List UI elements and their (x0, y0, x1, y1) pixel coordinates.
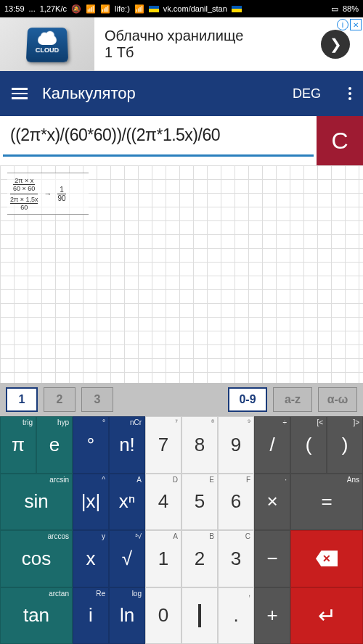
keyboard-palette: 1 2 3 0-9 a-z α-ω (0, 383, 363, 416)
ad-title: Облачно хранилище (105, 27, 321, 44)
key-8[interactable]: ⁸8 (182, 416, 218, 474)
angle-mode-button[interactable]: DEG (293, 86, 321, 102)
status-speed: 1,27K/c (40, 4, 67, 13)
palette-page-2[interactable]: 2 (44, 387, 76, 412)
battery-icon: ▭ (331, 4, 338, 14)
palette-page-1[interactable]: 1 (6, 387, 38, 412)
key-pow[interactable]: Axⁿ (109, 474, 145, 531)
key-sin[interactable]: arcsinsin (0, 474, 73, 531)
key-factorial[interactable]: nCrn! (109, 416, 145, 474)
ad-info-icon[interactable]: i (337, 19, 348, 30)
signal-icon-2: 📶 (134, 4, 144, 14)
overflow-menu-icon[interactable] (348, 87, 351, 100)
mute-icon: 🔕 (71, 4, 81, 14)
key-5[interactable]: E5 (182, 474, 218, 531)
cloud-key-icon: CLOUD (26, 28, 68, 62)
expression-row: ((2π*x)/(60*60))/((2π*1.5x)/60 C (0, 116, 363, 165)
wifi-icon: 📶 (86, 4, 96, 14)
expression-input[interactable]: ((2π*x)/(60*60))/((2π*1.5x)/60 (3, 116, 314, 157)
key-sqrt[interactable]: ³√√ (109, 530, 145, 587)
key-3[interactable]: C3 (218, 530, 254, 587)
key-add[interactable]: + (254, 587, 290, 645)
key-x[interactable]: yx (73, 530, 109, 587)
key-backspace[interactable]: ✕ (290, 530, 363, 587)
key-abs[interactable]: ^|x| (73, 474, 109, 531)
flag-icon (149, 6, 159, 12)
arrow-right-icon: → (41, 189, 54, 198)
status-url: vk.com/danil_stan (163, 4, 227, 13)
ad-text: Облачно хранилище 1 Тб (94, 27, 321, 61)
signal-icon: 📶 (100, 4, 110, 14)
clear-button[interactable]: C (317, 116, 363, 165)
key-ln[interactable]: logln (109, 587, 145, 645)
key-multiply[interactable]: ·× (254, 474, 290, 531)
palette-greek[interactable]: α-ω (318, 387, 357, 412)
key-divide[interactable]: ÷/ (254, 416, 290, 474)
key-pi[interactable]: trigπ (0, 416, 36, 474)
ad-banner[interactable]: CLOUD Облачно хранилище 1 Тб ❯ i ✕ (0, 17, 363, 71)
status-dots: ... (29, 4, 36, 13)
result-display: 2π × x 60 × 60 2π × 1,5x 60 → 1 90 (7, 173, 89, 215)
ad-subtitle: 1 Тб (105, 44, 321, 61)
result-canvas[interactable]: 2π × x 60 × 60 2π × 1,5x 60 → 1 90 (0, 165, 363, 383)
palette-latin[interactable]: a-z (273, 387, 312, 412)
key-equals[interactable]: Ans= (290, 474, 363, 531)
menu-icon[interactable] (12, 88, 28, 99)
status-carrier: life:) (115, 4, 130, 13)
status-time: 13:59 (4, 4, 25, 13)
key-rparen[interactable]: ]>) (327, 416, 363, 474)
key-subtract[interactable]: − (254, 530, 290, 587)
ad-arrow-icon[interactable]: ❯ (321, 30, 350, 59)
flag-icon-2 (232, 6, 242, 12)
ad-close-icon[interactable]: ✕ (350, 19, 362, 30)
key-cos[interactable]: arccoscos (0, 530, 73, 587)
key-lparen[interactable]: [<( (290, 416, 327, 474)
key-7[interactable]: ⁷7 (145, 416, 182, 474)
battery-pct: 88% (343, 4, 359, 13)
key-6[interactable]: F6 (218, 474, 254, 531)
ad-image: CLOUD (0, 17, 94, 71)
key-enter[interactable]: ↵ (290, 587, 363, 645)
key-4[interactable]: D4 (145, 474, 182, 531)
keypad: trigπhype°°nCrn!⁷7⁸8⁹9÷/[<(]>)arcsinsin^… (0, 416, 363, 644)
palette-page-3[interactable]: 3 (81, 387, 113, 412)
key-tan[interactable]: arctantan (0, 587, 73, 645)
palette-numeric[interactable]: 0-9 (228, 387, 267, 412)
key-9[interactable]: ⁹9 (218, 416, 254, 474)
key-space[interactable] (182, 587, 218, 645)
key-2[interactable]: B2 (182, 530, 218, 587)
key-0[interactable]: 0 (145, 587, 182, 645)
key-1[interactable]: A1 (145, 530, 182, 587)
key-e[interactable]: hype (36, 416, 73, 474)
app-toolbar: Калькулятор DEG (0, 71, 363, 116)
key-degree[interactable]: °° (73, 416, 109, 474)
android-statusbar: 13:59 ... 1,27K/c 🔕 📶 📶 life:) 📶 vk.com/… (0, 0, 363, 17)
key-i[interactable]: Rei (73, 587, 109, 645)
app-title: Калькулятор (42, 84, 278, 103)
key-dot[interactable]: ,. (218, 587, 254, 645)
